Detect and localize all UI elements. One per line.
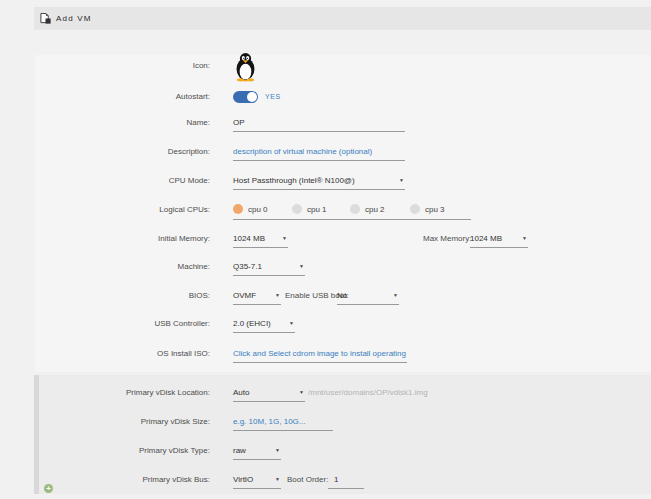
max-memory-select[interactable]: 1024 MB ▼ <box>470 231 528 248</box>
vdisk-size-row: Primary vDisk Size: e.g. 10M, 1G, 10G... <box>0 414 651 430</box>
machine-row: Machine: Q35-7.1 ▼ <box>0 259 651 275</box>
vdisk-size-input[interactable]: e.g. 10M, 1G, 10G... <box>233 414 333 431</box>
icon-row: Icon: <box>0 58 651 74</box>
description-row: Description: description of virtual mach… <box>0 144 651 160</box>
name-input[interactable]: OP <box>233 115 405 132</box>
cpu0-radio[interactable]: cpu 0 <box>233 202 268 218</box>
icon-label: Icon: <box>0 58 210 74</box>
cpu-mode-select[interactable]: Host Passthrough (Intel® N100@) ▼ <box>233 173 405 190</box>
add-vm-screen: Add VM Icon: Autostart: YES Name: OP Des… <box>0 0 651 499</box>
chevron-down-icon: ▼ <box>393 292 398 298</box>
vdisk-bus-row: Primary vDisk Bus: VirtIO ▼ Boot Order: … <box>0 472 651 488</box>
page-title: Add VM <box>56 7 92 30</box>
chevron-down-icon: ▼ <box>299 263 304 269</box>
autostart-state: YES <box>265 89 281 105</box>
chevron-down-icon: ▼ <box>522 235 527 241</box>
vdisk-size-label: Primary vDisk Size: <box>0 414 210 430</box>
page-header: Add VM <box>34 7 651 30</box>
usb-boot-select[interactable]: No ▼ <box>337 288 399 305</box>
name-row: Name: OP <box>0 115 651 131</box>
vdisk-bus-label: Primary vDisk Bus: <box>0 472 210 488</box>
tux-penguin-icon[interactable] <box>233 52 258 82</box>
chevron-down-icon: ▼ <box>282 235 287 241</box>
os-install-iso-row: OS Install ISO: Click and Select cdrom i… <box>0 346 651 362</box>
memory-row: Initial Memory: 1024 MB ▼ Max Memory: 10… <box>0 231 651 247</box>
cpu3-radio[interactable]: cpu 3 <box>410 202 445 218</box>
machine-label: Machine: <box>0 259 210 275</box>
vdisk-bus-select[interactable]: VirtIO ▼ <box>233 472 281 489</box>
initial-memory-label: Initial Memory: <box>0 231 210 247</box>
boot-order-input[interactable]: 1 <box>328 472 364 489</box>
chevron-down-icon: ▼ <box>399 177 404 183</box>
vdisk-location-row: Primary vDisk Location: Auto ▼ /mnt/user… <box>0 385 651 401</box>
machine-select[interactable]: Q35-7.1 ▼ <box>233 259 305 276</box>
chevron-down-icon: ▼ <box>275 476 280 482</box>
name-label: Name: <box>0 115 210 131</box>
bios-label: BIOS: <box>0 288 210 304</box>
radio-dot <box>292 204 302 214</box>
radio-dot <box>410 204 420 214</box>
usb-controller-select[interactable]: 2.0 (EHCI) ▼ <box>233 316 295 333</box>
add-vdisk-icon[interactable]: + <box>44 484 53 493</box>
radio-dot-selected <box>233 204 243 214</box>
vdisk-type-row: Primary vDisk Type: raw ▼ <box>0 443 651 459</box>
usb-controller-label: USB Controller: <box>0 316 210 332</box>
toggle-knob <box>247 92 257 102</box>
vdisk-location-select[interactable]: Auto ▼ <box>233 385 305 402</box>
autostart-row: Autostart: YES <box>0 89 651 105</box>
vdisk-path-hint: /mnt/user/domains/OP/vdisk1.img <box>308 385 428 401</box>
logical-cpus-label: Logical CPUs: <box>0 202 210 218</box>
usb-controller-row: USB Controller: 2.0 (EHCI) ▼ <box>0 316 651 332</box>
cpu2-radio[interactable]: cpu 2 <box>350 202 385 218</box>
logical-cpus-row: Logical CPUs: cpu 0 cpu 1 cpu 2 cpu 3 <box>0 202 651 218</box>
chevron-down-icon: ▼ <box>299 389 304 395</box>
clone-document-icon <box>40 13 51 24</box>
initial-memory-select[interactable]: 1024 MB ▼ <box>233 231 288 248</box>
chevron-down-icon: ▼ <box>275 447 280 453</box>
vdisk-location-label: Primary vDisk Location: <box>0 385 210 401</box>
autostart-toggle[interactable] <box>233 91 258 103</box>
os-install-iso-label: OS Install ISO: <box>0 346 210 362</box>
radio-dot <box>350 204 360 214</box>
bios-select[interactable]: OVMF ▼ <box>233 288 281 305</box>
bios-row: BIOS: OVMF ▼ Enable USB boot: No ▼ <box>0 288 651 304</box>
cpu-mode-row: CPU Mode: Host Passthrough (Intel® N100@… <box>0 173 651 189</box>
boot-order-label: Boot Order: <box>287 472 328 488</box>
vdisk-type-label: Primary vDisk Type: <box>0 443 210 459</box>
cpu-mode-label: CPU Mode: <box>0 173 210 189</box>
description-label: Description: <box>0 144 210 160</box>
description-input[interactable]: description of virtual machine (optional… <box>233 144 405 161</box>
autostart-label: Autostart: <box>0 89 210 105</box>
os-install-iso-input[interactable]: Click and Select cdrom image to install … <box>233 346 407 363</box>
vdisk-type-select[interactable]: raw ▼ <box>233 443 281 460</box>
max-memory-label: Max Memory: <box>423 231 471 247</box>
cpu1-radio[interactable]: cpu 1 <box>292 202 327 218</box>
chevron-down-icon: ▼ <box>275 292 280 298</box>
chevron-down-icon: ▼ <box>289 320 294 326</box>
cpu-selector: cpu 0 cpu 1 cpu 2 cpu 3 <box>233 202 471 220</box>
